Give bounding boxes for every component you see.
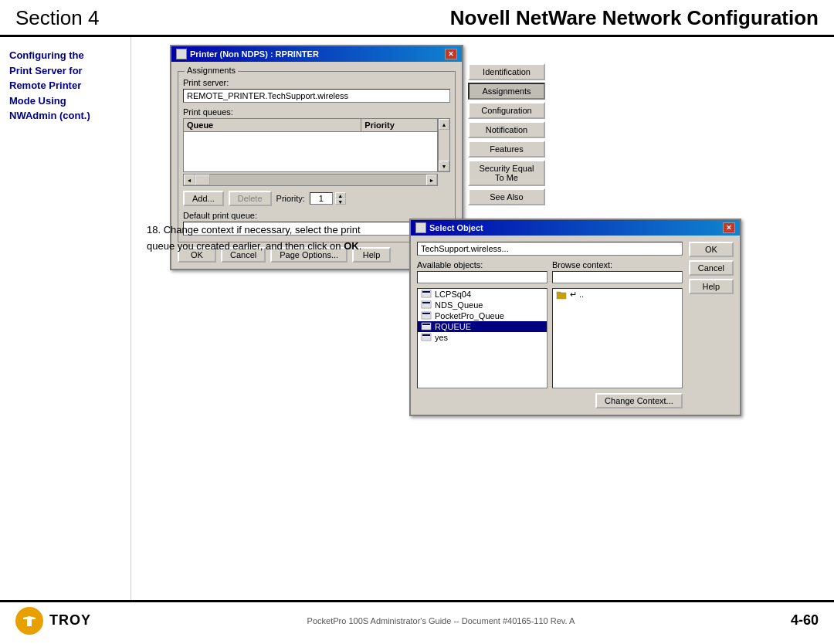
listitem-lcpsq04[interactable]: LCPSq04 <box>418 289 547 300</box>
priority-col-header: Priority <box>361 119 438 132</box>
listitem-rqueue[interactable]: RQUEUE <box>418 321 547 332</box>
assignments-btn[interactable]: Assignments <box>468 83 545 100</box>
dialog-icon <box>176 49 187 59</box>
delete-btn[interactable]: Delete <box>229 191 272 206</box>
select-dialog-icon <box>415 222 426 233</box>
print-queues-label: Print queues: <box>183 107 450 117</box>
page-header: Section 4 Novell NetWare Network Configu… <box>0 0 834 37</box>
listitem-pocketpro-label: PocketPro_Queue <box>435 311 504 320</box>
print-server-label: Print server: <box>183 78 450 87</box>
queue-icon-2 <box>421 300 432 310</box>
priority-label: Priority: <box>276 194 305 203</box>
browse-label: Browse context: <box>552 260 683 269</box>
select-left-panel: TechSupport.wireless... Available object… <box>417 242 683 408</box>
available-input[interactable] <box>417 271 548 283</box>
browse-tree-wrap: ↵ .. <box>552 288 683 388</box>
queue-icon-3 <box>421 311 432 320</box>
svg-rect-9 <box>422 313 430 314</box>
sidebar-line-1: Configuring thePrint Server forRemote Pr… <box>9 49 90 121</box>
instruction-text: 18. Change context if necessary, select … <box>147 222 371 255</box>
spinner-up[interactable]: ▲ <box>335 192 346 198</box>
identification-btn[interactable]: Identification <box>468 63 545 80</box>
queue-icon-4 <box>421 322 432 331</box>
footer-logo: TROY <box>15 607 91 635</box>
select-right-buttons: OK Cancel Help <box>689 242 734 408</box>
see-also-btn[interactable]: See Also <box>468 188 545 205</box>
content-area: Printer (Non NDPS) : RPRINTER ✕ Identifi… <box>131 37 834 600</box>
company-name: TROY <box>49 612 91 629</box>
h-scroll-thumb[interactable] <box>195 175 210 185</box>
section-label: Section 4 <box>15 6 99 30</box>
listitem-rqueue-label: RQUEUE <box>435 322 471 331</box>
change-context-wrap: Change Context... <box>417 393 683 408</box>
svg-rect-17 <box>422 334 430 336</box>
print-server-value: REMOTE_PRINTER.TechSupport.wireless <box>183 89 450 103</box>
listitem-nds-queue-label: NDS_Queue <box>435 300 483 310</box>
svg-rect-1 <box>422 291 430 293</box>
select-help-btn[interactable]: Help <box>689 279 734 294</box>
security-equal-btn[interactable]: Security Equal To Me <box>468 160 545 186</box>
ok-bold: OK <box>344 240 359 252</box>
objects-list-wrap: LCPSq04 NDS_Queue <box>417 288 548 388</box>
h-scroll-track <box>210 175 426 185</box>
objects-browse-row: Available objects: Browse context: <box>417 260 683 283</box>
context-path: TechSupport.wireless... <box>417 242 683 256</box>
available-col: Available objects: <box>417 260 548 283</box>
add-btn[interactable]: Add... <box>183 191 224 206</box>
queue-controls: Add... Delete Priority: ▲ ▼ <box>183 191 450 206</box>
list-areas: LCPSq04 NDS_Queue <box>417 288 683 388</box>
select-object-dialog: Select Object ✕ TechSupport.wireless... … <box>409 219 741 416</box>
features-btn[interactable]: Features <box>468 141 545 158</box>
scroll-down[interactable]: ▼ <box>439 161 449 171</box>
troy-logo-svg <box>19 610 40 632</box>
printer-dialog-close[interactable]: ✕ <box>445 49 457 59</box>
footer-doc-text: PocketPro 100S Administrator's Guide -- … <box>307 616 575 625</box>
browse-tree[interactable]: ↵ .. <box>552 288 683 388</box>
svg-rect-21 <box>557 292 561 293</box>
tree-item-label: ↵ .. <box>570 290 584 300</box>
printer-dialog-titlebar: Printer (Non NDPS) : RPRINTER ✕ <box>171 46 462 62</box>
footer-page-number: 4-60 <box>791 612 819 629</box>
available-label: Available objects: <box>417 260 548 269</box>
h-scrollbar[interactable]: ◄ ► <box>183 174 438 186</box>
tree-item-up[interactable]: ↵ .. <box>553 289 682 300</box>
select-dialog-close[interactable]: ✕ <box>723 222 735 233</box>
change-context-btn[interactable]: Change Context... <box>595 393 683 408</box>
select-cancel-btn[interactable]: Cancel <box>689 260 734 276</box>
listitem-nds-queue[interactable]: NDS_Queue <box>418 300 547 310</box>
listitem-pocketpro[interactable]: PocketPro_Queue <box>418 310 547 321</box>
folder-icon <box>556 290 567 300</box>
priority-spinner: ▲ ▼ <box>310 192 346 205</box>
page-title: Novell NetWare Network Configuration <box>99 6 819 30</box>
h-scroll-right[interactable]: ► <box>426 175 437 185</box>
queues-table: Queue Priority <box>183 118 438 172</box>
notification-btn[interactable]: Notification <box>468 121 545 138</box>
listitem-yes-label: yes <box>435 333 448 342</box>
page-footer: TROY PocketPro 100S Administrator's Guid… <box>0 600 834 639</box>
main-content: Configuring thePrint Server forRemote Pr… <box>0 37 834 600</box>
sidebar-text: Configuring thePrint Server forRemote Pr… <box>9 48 121 124</box>
listitem-lcpsq04-label: LCPSq04 <box>435 290 471 299</box>
spinner-down[interactable]: ▼ <box>335 198 346 205</box>
select-ok-btn[interactable]: OK <box>689 242 734 257</box>
assignments-group-label: Assignments <box>185 66 238 75</box>
browse-col: Browse context: <box>552 260 683 283</box>
listitem-yes[interactable]: yes <box>418 332 547 343</box>
scroll-up[interactable]: ▲ <box>439 119 449 130</box>
svg-rect-13 <box>422 324 430 325</box>
queue-icon-1 <box>421 290 432 299</box>
objects-listbox[interactable]: LCPSq04 NDS_Queue <box>417 288 548 388</box>
select-dialog-content: TechSupport.wireless... Available object… <box>411 236 740 415</box>
svg-rect-5 <box>422 302 430 303</box>
select-dialog-title: Select Object <box>429 223 723 232</box>
queue-col-header: Queue <box>184 119 361 132</box>
sidebar: Configuring thePrint Server forRemote Pr… <box>0 37 131 600</box>
priority-input[interactable] <box>310 192 333 205</box>
spinner-buttons: ▲ ▼ <box>335 192 346 205</box>
configuration-btn[interactable]: Configuration <box>468 102 545 119</box>
browse-input[interactable] <box>552 271 683 283</box>
h-scroll-left[interactable]: ◄ <box>184 175 195 185</box>
instruction-body: Change context if necessary, select the … <box>147 224 361 252</box>
queues-scrollbar[interactable]: ▲ ▼ <box>438 118 450 172</box>
select-dialog-titlebar: Select Object ✕ <box>411 220 740 236</box>
